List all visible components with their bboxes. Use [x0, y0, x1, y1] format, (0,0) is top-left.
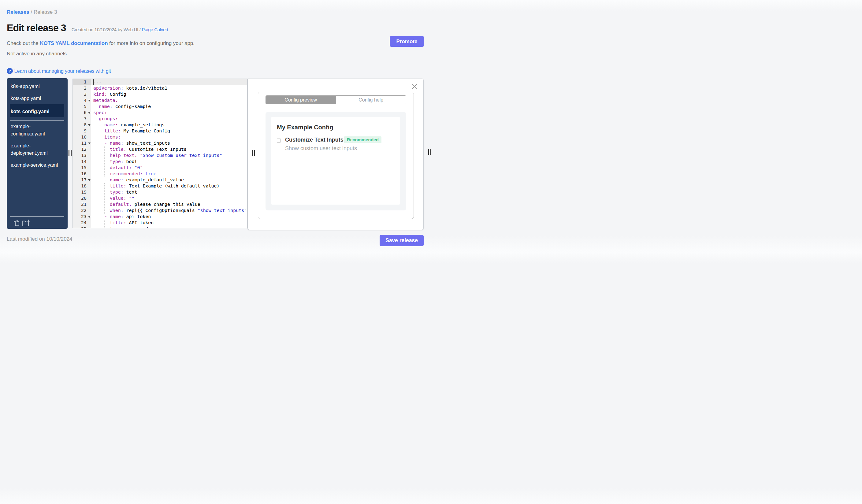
close-icon[interactable]	[412, 84, 417, 89]
code-editor[interactable]: ---apiVersion: kots.io/v1beta1kind: Conf…	[73, 79, 247, 228]
code-line: help_text: "Show custom user text inputs…	[91, 152, 247, 158]
code-line: groups:	[91, 116, 247, 122]
gutter-line-number: 17	[73, 177, 91, 183]
file-item[interactable]: example-deployment.yaml	[10, 140, 64, 159]
fold-arrow-icon[interactable]	[88, 143, 91, 144]
fold-arrow-icon[interactable]	[88, 100, 91, 102]
fold-arrow-icon[interactable]	[88, 216, 91, 218]
gutter-line-number: 10	[73, 134, 91, 140]
gutter-line-number: 1	[73, 79, 91, 85]
page-title: Edit release 3	[7, 22, 66, 34]
gutter-line-number: 25	[73, 226, 91, 228]
gutter-line-number: 15	[73, 164, 91, 171]
checkbox-label[interactable]: Customize Text Inputs	[285, 137, 343, 143]
code-line: type: text	[91, 189, 247, 195]
recommended-badge: Recommended	[344, 136, 381, 143]
gutter-line-number: 2	[73, 85, 91, 91]
gutter-line-number: 18	[73, 183, 91, 189]
gutter-line-number: 3	[73, 91, 91, 97]
fold-arrow-icon[interactable]	[88, 124, 91, 126]
breadcrumb-separator: /	[29, 9, 34, 15]
code-line: title: My Example Config	[91, 128, 247, 134]
gutter-line-number: 19	[73, 189, 91, 195]
docs-hint-suffix: for more info on configuring your app.	[108, 40, 194, 46]
created-author-link[interactable]: Paige Calvert	[142, 27, 168, 32]
code-line: type: password	[91, 226, 247, 228]
code-line: when: repl{{ ConfigOptionEquals "show_te…	[91, 207, 247, 213]
code-line: spec:	[91, 109, 247, 116]
config-preview-panel: My Example Config Customize Text Inputs …	[265, 112, 406, 210]
breadcrumb-releases-link[interactable]: Releases	[7, 9, 29, 15]
gutter-line-number: 23	[73, 213, 91, 220]
code-line: name: config-sample	[91, 103, 247, 109]
created-text: Created on 10/10/2024 by Web UI /	[71, 27, 142, 32]
code-line: - name: api_token	[91, 213, 247, 220]
checkbox-help-text: Show custom user text inputs	[285, 145, 357, 152]
breadcrumb-current: Release 3	[34, 9, 57, 15]
code-line: items:	[91, 134, 247, 140]
code-line: value: ""	[91, 195, 247, 201]
gutter-line-number: 14	[73, 158, 91, 164]
gutter-line-number: 16	[73, 171, 91, 177]
breadcrumb: Releases / Release 3	[7, 9, 57, 15]
docs-hint-prefix: Check out the	[7, 40, 40, 46]
file-item[interactable]: example-configmap.yaml	[10, 121, 64, 140]
editor-gutter: 1234567891011121314151617181920212223242…	[73, 79, 91, 228]
text-cursor	[93, 79, 94, 85]
fold-arrow-icon[interactable]	[88, 112, 91, 114]
preview-tabs: Config preview Config help	[265, 95, 406, 104]
config-group: My Example Config Customize Text Inputs …	[271, 117, 400, 204]
config-preview-pane: Config preview Config help My Example Co…	[247, 79, 424, 230]
save-release-button[interactable]: Save release	[380, 235, 424, 246]
code-line: title: Text Example (with default value)	[91, 183, 247, 189]
gutter-line-number: 20	[73, 195, 91, 201]
code-line: apiVersion: kots.io/v1beta1	[91, 85, 247, 91]
code-line: default: please change this value	[91, 201, 247, 207]
tab-config-preview[interactable]: Config preview	[266, 96, 336, 104]
file-item[interactable]: example-service.yaml	[10, 159, 64, 171]
file-item[interactable]: k8s-app.yaml	[10, 81, 64, 93]
code-line: - name: example_settings	[91, 122, 247, 128]
resize-handle-middle[interactable]	[252, 150, 256, 156]
git-help-link[interactable]: Learn about managing your releases with …	[14, 68, 111, 74]
code-line: metadata:	[91, 97, 247, 103]
question-icon: ?	[7, 68, 13, 74]
resize-handle-right[interactable]	[428, 149, 431, 155]
created-info: Created on 10/10/2024 by Web UI / Paige …	[71, 27, 168, 32]
code-layer: ---apiVersion: kots.io/v1beta1kind: Conf…	[91, 79, 247, 228]
fold-arrow-icon[interactable]	[88, 179, 91, 181]
new-file-icon[interactable]	[14, 219, 19, 227]
file-item[interactable]: kots-config.yaml	[10, 104, 64, 117]
config-group-title: My Example Config	[277, 124, 333, 131]
kots-docs-link[interactable]: KOTS YAML documentation	[40, 40, 108, 46]
channel-status: Not active in any channels	[7, 51, 67, 57]
promote-button[interactable]: Promote	[390, 36, 424, 47]
code-line: recommended: true	[91, 171, 247, 177]
code-line: default: "0"	[91, 164, 247, 171]
code-line: title: API token	[91, 220, 247, 226]
docs-hint: Check out the KOTS YAML documentation fo…	[7, 40, 195, 47]
gutter-line-number: 21	[73, 201, 91, 207]
file-tree: k8s-app.yamlkots-app.yamlkots-config.yam…	[7, 78, 68, 229]
last-modified: Last modified on 10/10/2024	[7, 236, 73, 242]
gutter-line-number: 22	[73, 207, 91, 213]
gutter-line-number: 24	[73, 220, 91, 226]
code-line: ---	[91, 79, 247, 85]
customize-text-inputs-checkbox[interactable]	[277, 138, 281, 143]
file-tree-footer	[10, 216, 64, 229]
git-help-row: ? Learn about managing your releases wit…	[7, 68, 111, 74]
code-line: - name: show_text_inputs	[91, 140, 247, 146]
new-folder-icon[interactable]	[22, 219, 30, 227]
gutter-line-number: 13	[73, 152, 91, 158]
gutter-line-number: 12	[73, 146, 91, 152]
gutter-line-number: 5	[73, 103, 91, 109]
gutter-line-number: 6	[73, 109, 91, 116]
tab-config-help[interactable]: Config help	[336, 96, 406, 104]
code-line: type: bool	[91, 158, 247, 164]
gutter-line-number: 4	[73, 97, 91, 103]
gutter-line-number: 11	[73, 140, 91, 146]
gutter-line-number: 9	[73, 128, 91, 134]
code-line: kind: Config	[91, 91, 247, 97]
file-item[interactable]: kots-app.yaml	[10, 93, 64, 105]
resize-handle-left[interactable]	[68, 150, 73, 156]
